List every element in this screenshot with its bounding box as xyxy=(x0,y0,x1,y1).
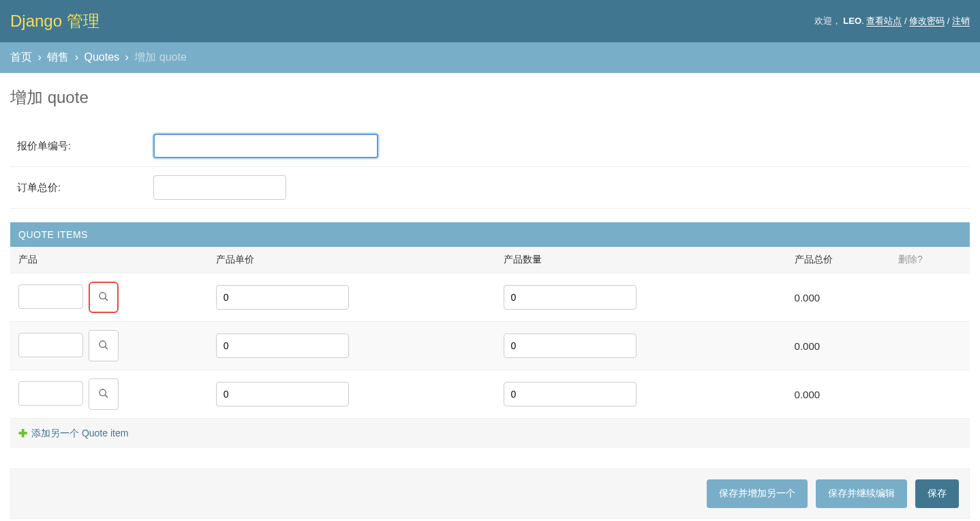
product-lookup-button[interactable] xyxy=(89,330,119,361)
table-row: 0.000 xyxy=(10,370,970,419)
add-another-label: 添加另一个 Quote item xyxy=(31,428,128,440)
col-quantity: 产品数量 xyxy=(495,247,786,273)
col-delete: 删除? xyxy=(890,247,970,273)
inline-group: QUOTE ITEMS 产品 产品单价 产品数量 产品总价 删除? xyxy=(10,222,970,448)
unit-price-input[interactable] xyxy=(216,333,349,358)
row-total: 0.000 xyxy=(786,370,890,419)
svg-point-2 xyxy=(99,341,106,347)
col-unit-price: 产品单价 xyxy=(208,247,495,273)
search-icon xyxy=(98,388,109,401)
breadcrumb: 首页 › 销售 › Quotes › 增加 quote xyxy=(0,42,980,73)
header: Django 管理 欢迎， LEO. 查看站点 / 修改密码 / 注销 xyxy=(0,0,980,42)
breadcrumb-separator: › xyxy=(35,51,44,63)
product-lookup-button[interactable] xyxy=(89,282,119,313)
content: 增加 quote 报价单编号: 订单总价: QUOTE ITEMS 产品 产品单… xyxy=(0,73,980,521)
order-total-input[interactable] xyxy=(153,175,286,200)
svg-point-0 xyxy=(99,293,106,299)
change-password-link[interactable]: 修改密码 xyxy=(909,16,945,26)
search-icon xyxy=(98,291,109,304)
breadcrumb-quotes[interactable]: Quotes xyxy=(84,51,119,63)
col-product: 产品 xyxy=(10,247,208,273)
row-total: 0.000 xyxy=(786,322,890,370)
search-icon xyxy=(98,340,109,353)
form-row-order-total: 订单总价: xyxy=(10,167,970,209)
unit-price-input[interactable] xyxy=(216,285,349,310)
save-continue-button[interactable]: 保存并继续编辑 xyxy=(816,479,907,508)
product-input[interactable] xyxy=(18,381,83,406)
row-total: 0.000 xyxy=(786,273,890,322)
quote-number-label: 报价单编号: xyxy=(17,140,153,153)
inline-table: 产品 产品单价 产品数量 产品总价 删除? xyxy=(10,247,970,419)
add-another-link[interactable]: ✚ 添加另一个 Quote item xyxy=(18,427,128,440)
inline-header: QUOTE ITEMS xyxy=(10,222,970,247)
form-row-quote-number: 报价单编号: xyxy=(10,125,970,167)
order-total-label: 订单总价: xyxy=(17,181,153,194)
svg-point-4 xyxy=(99,389,106,396)
brand-title[interactable]: Django 管理 xyxy=(10,10,99,32)
breadcrumb-separator: › xyxy=(72,51,81,63)
table-row: 0.000 xyxy=(10,322,970,370)
breadcrumb-current: 增加 quote xyxy=(134,51,186,63)
svg-line-3 xyxy=(105,346,108,349)
page-title: 增加 quote xyxy=(10,87,970,108)
submit-row: 保存并增加另一个 保存并继续编辑 保存 xyxy=(10,468,970,519)
user-tools: 欢迎， LEO. 查看站点 / 修改密码 / 注销 xyxy=(814,15,970,27)
quote-number-input[interactable] xyxy=(153,134,378,158)
quantity-input[interactable] xyxy=(504,382,637,406)
quantity-input[interactable] xyxy=(504,333,637,358)
view-site-link[interactable]: 查看站点 xyxy=(866,16,902,26)
col-total: 产品总价 xyxy=(786,247,890,273)
svg-line-5 xyxy=(105,395,108,398)
svg-line-1 xyxy=(105,298,108,301)
save-button[interactable]: 保存 xyxy=(915,479,959,508)
breadcrumb-separator: › xyxy=(123,51,132,63)
logout-link[interactable]: 注销 xyxy=(952,16,970,26)
save-add-another-button[interactable]: 保存并增加另一个 xyxy=(707,479,808,508)
table-row: 0.000 xyxy=(10,273,970,322)
add-row: ✚ 添加另一个 Quote item xyxy=(10,419,970,448)
unit-price-input[interactable] xyxy=(216,382,349,406)
product-input[interactable] xyxy=(18,284,83,309)
welcome-text: 欢迎， xyxy=(814,16,841,26)
breadcrumb-sales[interactable]: 销售 xyxy=(47,51,69,63)
breadcrumb-home[interactable]: 首页 xyxy=(10,51,32,63)
product-input[interactable] xyxy=(18,333,83,357)
plus-icon: ✚ xyxy=(18,427,27,440)
product-lookup-button[interactable] xyxy=(89,378,119,410)
quantity-input[interactable] xyxy=(504,285,637,310)
username: LEO xyxy=(843,16,861,26)
